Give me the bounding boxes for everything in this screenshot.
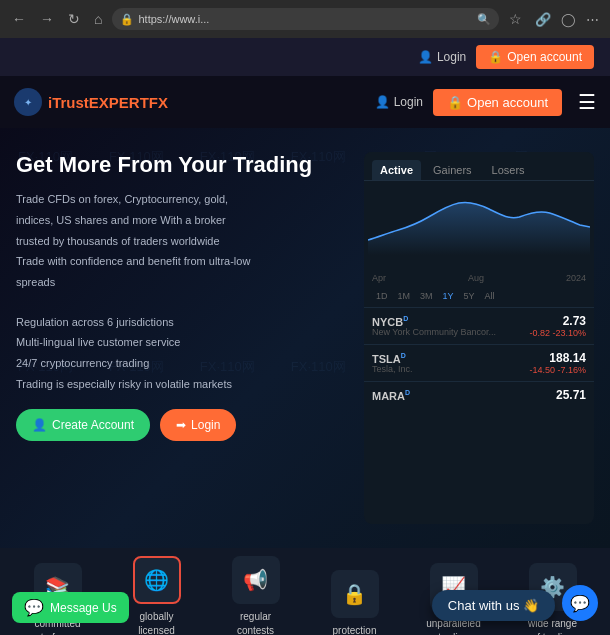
time-btn-1d[interactable]: 1D [372, 289, 392, 303]
logo: ✦ iTrustEXPERTFX [14, 88, 168, 116]
whatsapp-icon: 💬 [24, 598, 44, 617]
search-icon: 🔍 [477, 13, 491, 26]
hero-title: Get More From Your Trading [16, 152, 348, 178]
chart-time-buttons: 1D 1M 3M 1Y 5Y All [364, 285, 594, 307]
stock-info-mara: MARAD [372, 389, 410, 402]
feature-protection-label: protectionof funds [333, 624, 377, 636]
stock-ticker-tsla: TSLAD [372, 352, 413, 365]
stock-ticker-mara: MARAD [372, 389, 410, 402]
top-bar: 👤 Login 🔒 Open account [0, 38, 610, 76]
nav-login-label: Login [394, 95, 423, 109]
hero-desc-4: Trade with confidence and benefit from u… [16, 252, 348, 271]
hero-desc-2: indices, US shares and more With a broke… [16, 211, 348, 230]
hero-feature-4: Trading is especially risky in volatile … [16, 375, 348, 394]
lock-fund-icon: 🔒 [342, 582, 367, 606]
back-button[interactable]: ← [8, 9, 30, 29]
nav-open-account-button[interactable]: 🔒 Open account [433, 89, 562, 116]
chart-tabs: Active Gainers Losers [364, 152, 594, 181]
chart-axis-labels: Apr Aug 2024 [364, 271, 594, 285]
hero-section: FX·110网FX·110网FX·110网FX·110网 FX·110网FX·1… [0, 128, 610, 548]
stock-info-tsla: TSLAD Tesla, Inc. [372, 352, 413, 375]
hero-login-label: Login [191, 418, 220, 432]
stock-item-mara[interactable]: MARAD 25.71 [364, 381, 594, 408]
stock-company-nycb: New York Community Bancor... [372, 327, 496, 337]
stock-ticker-nycb: NYCBD [372, 315, 496, 328]
whatsapp-label: Message Us [50, 601, 117, 615]
hero-feature-2: Multi-lingual live customer service [16, 333, 348, 352]
browser-chrome: ← → ↻ ⌂ 🔒 https://www.i... 🔍 ☆ 🔗 ◯ ⋯ [0, 0, 610, 38]
stock-change-tsla: -14.50 -7.16% [529, 365, 586, 375]
lock-icon-nav: 🔒 [447, 95, 463, 110]
hero-desc-3: trusted by thousands of traders worldwid… [16, 232, 348, 251]
stock-company-tsla: Tesla, Inc. [372, 364, 413, 374]
url-text: https://www.i... [138, 13, 209, 25]
feature-licensed-label: globallylicensedandregulated [136, 610, 178, 636]
label-apr: Apr [372, 273, 386, 283]
hero-feature-3: 24/7 cryptocurrency trading [16, 354, 348, 373]
person-icon-nav: 👤 [375, 95, 390, 109]
contests-icon-wrap: 📢 [232, 556, 280, 604]
tab-losers[interactable]: Losers [484, 160, 533, 180]
whatsapp-button[interactable]: 💬 Message Us [12, 592, 129, 623]
stock-change-nycb: -0.82 -23.10% [529, 328, 586, 338]
topbar-login-label: Login [437, 50, 466, 64]
megaphone-icon: 📢 [243, 568, 268, 592]
stock-price-info-tsla: 188.14 -14.50 -7.16% [529, 351, 586, 375]
topbar-login[interactable]: 👤 Login [418, 50, 466, 64]
chat-icon-button[interactable]: 💬 [562, 585, 598, 621]
profile-icon[interactable]: ◯ [558, 10, 579, 29]
licensed-icon-wrap: 🌐 [133, 556, 181, 604]
feature-protection: 🔒 protectionof funds [310, 570, 400, 636]
stock-change-pct-nycb: -23.10% [552, 328, 586, 338]
stock-change-val-nycb: -0.82 [529, 328, 550, 338]
label-aug: Aug [468, 273, 484, 283]
stock-change-val-tsla: -14.50 [529, 365, 555, 375]
star-button[interactable]: ☆ [505, 9, 526, 29]
create-account-button[interactable]: 👤 Create Account [16, 409, 150, 441]
feature-contests: 📢 regularcontestsandpromotions [211, 556, 301, 636]
logo-text: iTrustEXPERTFX [48, 94, 168, 111]
hamburger-menu[interactable]: ☰ [578, 90, 596, 114]
person-icon: 👤 [418, 50, 433, 64]
refresh-button[interactable]: ↻ [64, 9, 84, 29]
extensions-icon[interactable]: 🔗 [532, 10, 554, 29]
price-chart-svg [368, 185, 590, 255]
protection-icon-wrap: 🔒 [331, 570, 379, 618]
more-button[interactable]: ⋯ [583, 10, 602, 29]
hero-login-button[interactable]: ➡ Login [160, 409, 236, 441]
time-btn-1y[interactable]: 1Y [439, 289, 458, 303]
time-btn-1m[interactable]: 1M [394, 289, 415, 303]
time-btn-3m[interactable]: 3M [416, 289, 437, 303]
hero-feature-1: Regulation across 6 jurisdictions [16, 313, 348, 332]
hero-buttons: 👤 Create Account ➡ Login [16, 409, 348, 441]
topbar-open-account-button[interactable]: 🔒 Open account [476, 45, 594, 69]
logo-icon: ✦ [14, 88, 42, 116]
nav-open-account-label: Open account [467, 95, 548, 110]
chat-widget[interactable]: Chat with us 👋 [432, 590, 555, 621]
tab-gainers[interactable]: Gainers [425, 160, 480, 180]
nav-right: 👤 Login 🔒 Open account ☰ [375, 89, 596, 116]
hero-description: Trade CFDs on forex, Cryptocurrency, gol… [16, 190, 348, 393]
stock-price-info-mara: 25.71 [556, 388, 586, 402]
chart-area [364, 181, 594, 271]
tab-active[interactable]: Active [372, 160, 421, 180]
lock-icon: 🔒 [120, 13, 134, 26]
stock-info-nycb: NYCBD New York Community Bancor... [372, 315, 496, 338]
address-bar[interactable]: 🔒 https://www.i... 🔍 [112, 8, 499, 30]
time-btn-5y[interactable]: 5Y [460, 289, 479, 303]
logo-expert: EXPERTFX [89, 94, 168, 111]
home-button[interactable]: ⌂ [90, 9, 106, 29]
logo-itrrust: iTrust [48, 94, 89, 111]
stock-item-nycb[interactable]: NYCBD New York Community Bancor... 2.73 … [364, 307, 594, 344]
globe-icon: 🌐 [144, 568, 169, 592]
lock-icon-small: 🔒 [488, 50, 503, 64]
login-arrow-icon: ➡ [176, 418, 186, 432]
forward-button[interactable]: → [36, 9, 58, 29]
person-plus-icon: 👤 [32, 418, 47, 432]
stock-price-nycb: 2.73 [529, 314, 586, 328]
stock-item-tsla[interactable]: TSLAD Tesla, Inc. 188.14 -14.50 -7.16% [364, 344, 594, 381]
chart-widget: Active Gainers Losers Apr Aug 2024 1 [364, 152, 594, 524]
nav-login[interactable]: 👤 Login [375, 95, 423, 109]
stock-price-mara: 25.71 [556, 388, 586, 402]
time-btn-all[interactable]: All [481, 289, 499, 303]
